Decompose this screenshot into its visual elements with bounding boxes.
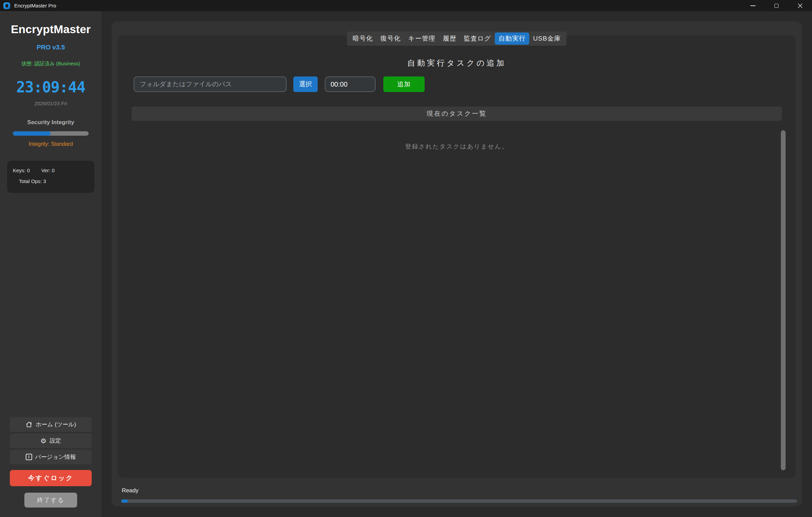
- auth-status: 状態: 認証済み (Business): [0, 61, 102, 67]
- app-logo-icon: [3, 2, 10, 9]
- close-button[interactable]: [788, 0, 812, 11]
- path-input[interactable]: [134, 76, 287, 92]
- maximize-icon: [774, 4, 779, 8]
- sidebar-item-about[interactable]: i バージョン情報: [10, 450, 92, 464]
- date-label: 2026/01/23 Fri: [0, 100, 102, 106]
- tab-decrypt[interactable]: 復号化: [377, 32, 404, 45]
- add-task-form: 選択 追加: [134, 76, 425, 92]
- minimize-button[interactable]: [741, 0, 765, 11]
- tab-bar: 暗号化 復号化 キー管理 履歴 監査ログ 自動実行 USB金庫: [347, 31, 566, 46]
- tab-audit-log[interactable]: 監査ログ: [460, 32, 495, 45]
- tab-key-management[interactable]: キー管理: [404, 32, 439, 45]
- section-title: 自動実行タスクの追加: [118, 58, 796, 68]
- status-progressbar: [121, 499, 797, 503]
- clock: 23:09:44: [0, 78, 102, 96]
- stat-total-ops: Total Ops: 3: [19, 178, 46, 184]
- tab-encrypt[interactable]: 暗号化: [349, 32, 377, 45]
- vertical-scrollbar[interactable]: [781, 130, 786, 470]
- select-path-button[interactable]: 選択: [293, 76, 318, 92]
- home-icon: [25, 421, 32, 428]
- tab-auto-run[interactable]: 自動実行: [495, 32, 529, 45]
- sidebar-item-settings[interactable]: ⚙ 設定: [10, 433, 92, 448]
- exit-button[interactable]: 終了する: [24, 493, 77, 508]
- stats-panel: Keys: 0Ver: 0 Total Ops: 3: [7, 161, 94, 193]
- integrity-progress: [13, 131, 89, 136]
- maximize-button[interactable]: [765, 0, 788, 11]
- sidebar-item-label: バージョン情報: [35, 453, 76, 461]
- sidebar-nav: ホーム (ツール) ⚙ 設定 i バージョン情報: [10, 417, 92, 466]
- integrity-title: Security Integrity: [0, 119, 102, 126]
- status-text: Ready: [122, 487, 138, 494]
- title-bar: EncryptMaster Pro: [0, 0, 812, 11]
- add-task-button[interactable]: 追加: [383, 76, 425, 92]
- window-title: EncryptMaster Pro: [14, 3, 56, 8]
- tab-usb-vault[interactable]: USB金庫: [529, 32, 565, 45]
- close-icon: [797, 3, 803, 8]
- version-label: PRO v3.5: [0, 44, 102, 51]
- brand-title: EncryptMaster: [0, 23, 102, 36]
- time-input[interactable]: [325, 76, 376, 92]
- sidebar-item-home[interactable]: ホーム (ツール): [10, 417, 92, 432]
- minimize-icon: [750, 5, 755, 6]
- status-progress-fill: [121, 499, 128, 503]
- sidebar: EncryptMaster PRO v3.5 状態: 認証済み (Busines…: [0, 11, 102, 517]
- auto-run-panel: 自動実行タスクの追加 選択 追加 現在のタスク一覧 登録されたタスクはありません…: [118, 36, 796, 478]
- content-card: 暗号化 復号化 キー管理 履歴 監査ログ 自動実行 USB金庫 自動実行タスクの…: [112, 21, 802, 507]
- sidebar-item-label: ホーム (ツール): [36, 421, 76, 428]
- sidebar-item-label: 設定: [49, 437, 61, 445]
- stat-ver: Ver: 0: [41, 167, 54, 173]
- task-list-header: 現在のタスク一覧: [132, 107, 782, 121]
- lock-now-button[interactable]: 今すぐロック: [10, 470, 92, 486]
- integrity-progress-fill: [13, 131, 51, 136]
- integrity-level: Integrity: Standard: [0, 141, 102, 147]
- info-icon: i: [26, 454, 32, 460]
- window-controls: [741, 0, 812, 11]
- empty-task-message: 登録されたタスクはありません。: [118, 142, 796, 151]
- main-area: 暗号化 復号化 キー管理 履歴 監査ログ 自動実行 USB金庫 自動実行タスクの…: [102, 11, 812, 517]
- stat-keys: Keys: 0: [13, 167, 30, 173]
- gear-icon: ⚙: [41, 437, 47, 444]
- tab-history[interactable]: 履歴: [439, 32, 460, 45]
